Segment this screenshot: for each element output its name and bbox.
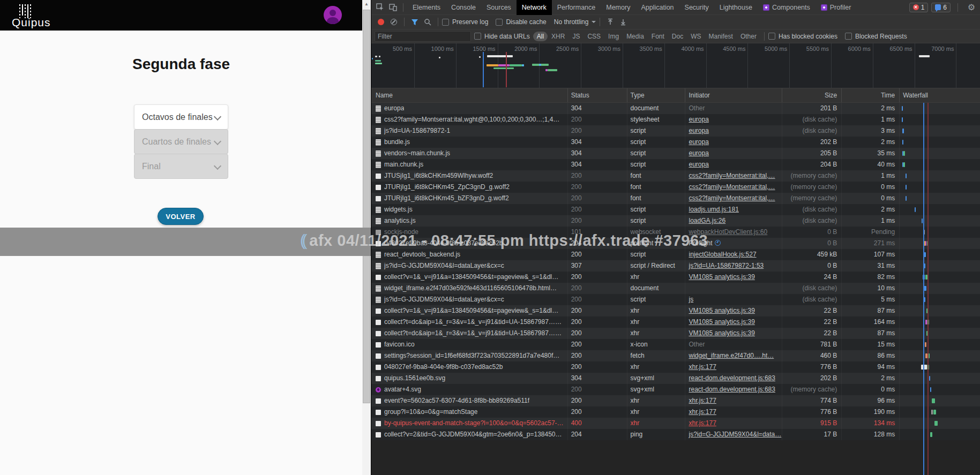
has-blocked-cookies-checkbox[interactable] bbox=[768, 33, 775, 40]
request-name-cell[interactable]: js?id=G-JGJDM59X04&l=dataLayer&cx=c bbox=[371, 260, 568, 272]
clear-button[interactable] bbox=[387, 16, 400, 28]
table-row[interactable]: js?id=G-JGJDM59X04&l=dataLayer&cx=c200sc… bbox=[371, 294, 980, 305]
initiator-link[interactable]: VM1085 analytics.js:39 bbox=[689, 318, 754, 326]
table-row[interactable]: avatar+4.svg200svg+xmlreact-dom.developm… bbox=[371, 384, 980, 395]
filter-pill-other[interactable]: Other bbox=[737, 32, 760, 41]
initiator-link[interactable]: europa bbox=[689, 149, 708, 157]
request-name-cell[interactable]: analytics.js bbox=[371, 215, 568, 227]
request-name-cell[interactable]: favicon.ico bbox=[371, 339, 568, 350]
scrollbar-thumb[interactable] bbox=[363, 10, 370, 403]
volver-button[interactable]: VOLVER bbox=[158, 208, 204, 225]
request-name-cell[interactable]: bundle.js bbox=[371, 137, 568, 148]
initiator-link[interactable]: loadjs.umd.js:181 bbox=[689, 206, 738, 213]
tab-performance[interactable]: Performance bbox=[552, 0, 601, 15]
request-name-cell[interactable]: widget_iframe.e2f47d03e592fe463d11656051… bbox=[371, 283, 568, 294]
request-name-cell[interactable]: react_devtools_backend.js bbox=[371, 249, 568, 260]
throttling-select[interactable]: No throttling bbox=[554, 18, 596, 26]
table-row[interactable]: quipus.1561ee0b.svg304svg+xmlreact-dom.d… bbox=[371, 373, 980, 384]
table-row[interactable]: event?e=5602ac57-6307-4d61-8f8b-bb89269a… bbox=[371, 395, 980, 406]
initiator-link[interactable]: widget_iframe.e2f47d0….ht… bbox=[689, 352, 774, 359]
request-name-cell[interactable]: css2?family=Montserrat:ital,wght@0,100;0… bbox=[371, 114, 568, 125]
request-name-cell[interactable]: collect?v=1&_v=j91&a=1384509456&t=pagevi… bbox=[371, 305, 568, 316]
tab-application[interactable]: Application bbox=[635, 0, 679, 15]
request-name-cell[interactable]: JTURjIg1_i6t8kCHKm45_ZpC3gnD_g.woff2 bbox=[371, 182, 568, 193]
request-name-cell[interactable]: collect?t=dc&aip=1&_r=3&v=1&_v=j91&tid=U… bbox=[371, 316, 568, 328]
tab-elements[interactable]: Elements bbox=[407, 0, 446, 15]
initiator-link[interactable]: xhr.js:177 bbox=[689, 363, 716, 371]
request-name-cell[interactable]: vendors~main.chunk.js bbox=[371, 148, 568, 159]
table-row[interactable]: js?id=G-JGJDM59X04&l=dataLayer&cx=c307sc… bbox=[371, 260, 980, 272]
filter-pill-img[interactable]: Img bbox=[604, 32, 623, 41]
column-header-waterfall[interactable]: Waterfall bbox=[900, 88, 980, 102]
column-header-initiator[interactable]: Initiator bbox=[685, 88, 782, 102]
search-icon[interactable] bbox=[421, 16, 434, 28]
initiator-link[interactable]: europa bbox=[689, 127, 708, 134]
initiator-link[interactable]: VM1085 analytics.js:39 bbox=[689, 329, 754, 337]
record-button[interactable] bbox=[375, 16, 387, 28]
table-row[interactable]: JTUSjIg1_i6t8kCHKm459Wlhyw.woff2200fontc… bbox=[371, 170, 980, 182]
initiator-link[interactable]: react-dom.development.js:683 bbox=[689, 386, 775, 393]
column-header-time[interactable]: Time bbox=[842, 88, 900, 102]
import-har-icon[interactable] bbox=[604, 16, 617, 28]
tab-memory[interactable]: Memory bbox=[601, 0, 635, 15]
request-name-cell[interactable]: 048027ef-9ba8-404e-9f8b-c037ed8ac52b bbox=[371, 361, 568, 373]
error-count-badge[interactable]: ✕ 1 bbox=[909, 3, 929, 12]
request-name-cell[interactable]: group?l=10&o=0&g=matchStage bbox=[371, 406, 568, 418]
initiator-link[interactable]: js?id=UA-158679872-1:53 bbox=[689, 262, 764, 269]
column-header-status[interactable]: Status bbox=[568, 88, 627, 102]
table-row[interactable]: css2?family=Montserrat:ital,wght@0,100;0… bbox=[371, 114, 980, 125]
initiator-link[interactable]: css2?family=Montserrat:ital,… bbox=[689, 194, 775, 202]
table-row[interactable]: collect?t=dc&aip=1&_r=3&v=1&_v=j91&tid=U… bbox=[371, 316, 980, 328]
disable-cache-checkbox[interactable] bbox=[496, 19, 503, 26]
tab-security[interactable]: Security bbox=[679, 0, 714, 15]
initiator-link[interactable]: xhr.js:177 bbox=[689, 419, 716, 427]
phase-dropdown-1[interactable]: Octavos de finales bbox=[134, 104, 228, 130]
filter-funnel-icon[interactable] bbox=[408, 16, 421, 28]
preserve-log-checkbox[interactable] bbox=[442, 19, 449, 26]
initiator-link[interactable]: js bbox=[689, 296, 693, 303]
request-name-cell[interactable]: collect?v=1&_v=j91&a=1384509456&t=pagevi… bbox=[371, 272, 568, 283]
user-avatar[interactable] bbox=[324, 6, 342, 24]
request-name-cell[interactable]: js?id=UA-158679872-1 bbox=[371, 125, 568, 137]
request-name-cell[interactable]: JTUSjIg1_i6t8kCHKm459Wlhyw.woff2 bbox=[371, 170, 568, 182]
table-row[interactable]: JTURjIg1_i6t8kCHKm45_bZF3gnD_g.woff2200f… bbox=[371, 193, 980, 204]
table-row[interactable]: JTURjIg1_i6t8kCHKm45_ZpC3gnD_g.woff2200f… bbox=[371, 182, 980, 193]
table-row[interactable]: analytics.js200scriptloadGA.js:26(disk c… bbox=[371, 215, 980, 227]
tab-sources[interactable]: Sources bbox=[481, 0, 517, 15]
initiator-link[interactable]: css2?family=Montserrat:ital,… bbox=[689, 183, 775, 191]
table-row[interactable]: widget_iframe.e2f47d03e592fe463d11656051… bbox=[371, 283, 980, 294]
column-header-name[interactable]: Name bbox=[371, 88, 568, 102]
request-name-cell[interactable]: main.chunk.js bbox=[371, 159, 568, 170]
table-row[interactable]: 048027ef-9ba8-404e-9f8b-c037ed8ac52b200x… bbox=[371, 361, 980, 373]
issues-count-badge[interactable]: 6 bbox=[931, 3, 951, 12]
hide-data-urls-checkbox[interactable] bbox=[474, 33, 481, 40]
device-toolbar-icon[interactable] bbox=[386, 1, 399, 14]
initiator-link[interactable]: europa bbox=[689, 116, 708, 123]
table-row[interactable]: react_devtools_backend.js200scriptinject… bbox=[371, 249, 980, 260]
table-row[interactable]: widgets.js200scriptloadjs.umd.js:181(dis… bbox=[371, 204, 980, 215]
request-name-cell[interactable]: event?e=5602ac57-6307-4d61-8f8b-bb89269a… bbox=[371, 395, 568, 406]
filter-pill-css[interactable]: CSS bbox=[583, 32, 604, 41]
export-har-icon[interactable] bbox=[617, 16, 630, 28]
initiator-link[interactable]: VM1085 analytics.js:39 bbox=[689, 307, 754, 314]
table-row[interactable]: by-quipus-event-and-match-stage?l=100&o=… bbox=[371, 418, 980, 429]
initiator-link[interactable]: react-dom.development.js:683 bbox=[689, 374, 775, 382]
filter-input[interactable]: Filter bbox=[375, 31, 471, 42]
table-row[interactable]: collect?v=1&_v=j91&a=1384509456&t=pagevi… bbox=[371, 305, 980, 316]
table-row[interactable]: bundle.js304scripteuropa202 B2 ms bbox=[371, 137, 980, 148]
table-row[interactable]: vendors~main.chunk.js304scripteuropa205 … bbox=[371, 148, 980, 159]
table-row[interactable]: settings?session_id=1f6ef68fd3f723a70352… bbox=[371, 350, 980, 361]
request-name-cell[interactable]: europa bbox=[371, 103, 568, 114]
filter-pill-doc[interactable]: Doc bbox=[668, 32, 687, 41]
blocked-requests-checkbox[interactable] bbox=[845, 33, 852, 40]
request-name-cell[interactable]: js?id=G-JGJDM59X04&l=dataLayer&cx=c bbox=[371, 294, 568, 305]
initiator-link[interactable]: xhr.js:177 bbox=[689, 397, 716, 404]
tab-console[interactable]: Console bbox=[446, 0, 481, 15]
table-row[interactable]: collect?t=dc&aip=1&_r=3&v=1&_v=j91&tid=U… bbox=[371, 328, 980, 339]
initiator-link[interactable]: VM1085 analytics.js:39 bbox=[689, 273, 754, 281]
settings-gear-icon[interactable]: ⚙ bbox=[965, 1, 978, 14]
filter-pill-media[interactable]: Media bbox=[623, 32, 648, 41]
filter-pill-manifest[interactable]: Manifest bbox=[705, 32, 737, 41]
request-name-cell[interactable]: settings?session_id=1f6ef68fd3f723a70352… bbox=[371, 350, 568, 361]
table-row[interactable]: europa304documentOther201 B2 ms bbox=[371, 103, 980, 114]
